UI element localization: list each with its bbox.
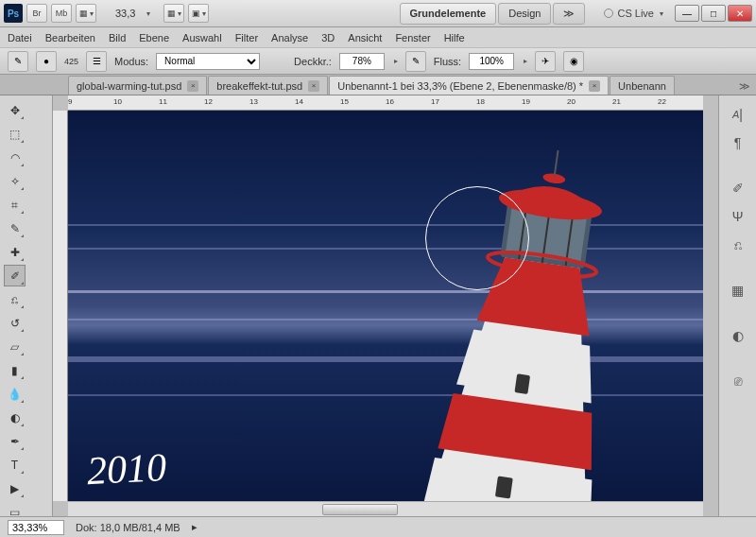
horizontal-ruler[interactable]: 9 10 11 12 13 14 15 16 17 18 19 20 21 22… (68, 95, 703, 111)
blur-tool[interactable]: 💧 (4, 383, 26, 405)
lasso-tool[interactable]: ◠ (4, 147, 26, 168)
ruler-tick: 21 (612, 97, 621, 106)
opacity-label: Deckkr.: (294, 56, 332, 67)
document-tab[interactable]: breakeffekt-tut.psd× (208, 76, 328, 95)
actions-panel-icon[interactable]: ⎚ (725, 370, 751, 392)
menubar: Datei Bearbeiten Bild Ebene Auswahl Filt… (0, 27, 756, 48)
ruler-tick: 18 (476, 97, 485, 106)
photoshop-logo-icon: Ps (4, 4, 23, 23)
history-brush-tool[interactable]: ↺ (4, 312, 26, 334)
status-zoom-input[interactable] (8, 520, 64, 535)
brush-panel-toggle[interactable]: ☰ (86, 51, 107, 72)
document-tab-label: Unbenann (618, 80, 666, 92)
lighthouse-image (352, 139, 703, 501)
vertical-ruler[interactable] (53, 111, 68, 501)
eyedropper-tool[interactable]: ✎ (4, 217, 26, 239)
workspace-switcher: Grundelemente Design ≫ (400, 3, 586, 25)
close-tab-icon[interactable]: × (589, 80, 600, 92)
brush-preset-picker[interactable]: ● (36, 51, 57, 72)
toolbox: ✥ ⬚ ◠ ✧ ⌗ ✎ ✚ ✐ ⎌ ↺ ▱ ▮ 💧 ◐ ✒ T ▶ ▭ ❒ ◉ … (0, 95, 53, 516)
blend-mode-select[interactable]: Normal (156, 53, 260, 70)
canvas-area: 9 10 11 12 13 14 15 16 17 18 19 20 21 22… (53, 95, 718, 516)
eraser-tool[interactable]: ▱ (4, 336, 26, 357)
flow-slider-icon[interactable]: ▸ (524, 57, 527, 65)
screen-mode-button[interactable]: ▣▾ (188, 4, 209, 23)
menu-select[interactable]: Auswahl (182, 32, 222, 43)
healing-brush-tool[interactable]: ✚ (4, 241, 26, 263)
scrollbar-thumb[interactable] (322, 504, 398, 515)
menu-window[interactable]: Fenster (395, 32, 430, 43)
layer-comps-panel-icon[interactable]: ▦ (725, 279, 751, 302)
workspace-more-button[interactable]: ≫ (553, 3, 585, 25)
tool-preset-picker[interactable]: ✎ (8, 51, 28, 72)
flow-input[interactable] (469, 53, 514, 70)
paragraph-panel-icon[interactable]: ¶ (725, 131, 751, 154)
menu-filter[interactable]: Filter (235, 32, 258, 43)
crop-tool[interactable]: ⌗ (4, 194, 26, 216)
status-menu-icon[interactable]: ▸ (192, 521, 198, 533)
pen-tool[interactable]: ✒ (4, 430, 26, 452)
move-tool[interactable]: ✥ (4, 99, 26, 121)
brush-panel-icon[interactable]: ✐ (725, 177, 751, 199)
dodge-tool[interactable]: ◐ (4, 407, 26, 428)
minibridge-button[interactable]: Mb (51, 4, 72, 23)
workspace-tab-design[interactable]: Design (498, 3, 551, 25)
type-tool[interactable]: T (4, 454, 26, 476)
close-tab-icon[interactable]: × (308, 80, 319, 92)
marquee-tool[interactable]: ⬚ (4, 123, 26, 145)
ruler-tick: 11 (159, 97, 167, 106)
bridge-button[interactable]: Br (26, 4, 47, 23)
window-controls: — □ ✕ (675, 5, 752, 22)
arrange-docs-button[interactable]: ▦▾ (163, 4, 184, 23)
zoom-dropdown-icon[interactable]: ▾ (146, 9, 150, 18)
magic-wand-tool[interactable]: ✧ (4, 170, 26, 192)
gradient-tool[interactable]: ▮ (4, 359, 26, 381)
horizontal-scrollbar[interactable] (68, 501, 703, 516)
flow-label: Fluss: (434, 56, 461, 67)
menu-help[interactable]: Hilfe (444, 32, 465, 43)
workspace-tab-essentials[interactable]: Grundelemente (400, 3, 497, 25)
character-panel-icon[interactable]: A| (725, 103, 751, 126)
opacity-input[interactable] (339, 53, 385, 70)
document-size-label: Dok: 18,0 MB/81,4 MB (76, 522, 180, 533)
ruler-tick: 14 (295, 97, 303, 106)
document-tab[interactable]: Unbenann (610, 76, 675, 95)
ruler-tick: 20 (567, 97, 576, 106)
close-tab-icon[interactable]: × (187, 80, 198, 92)
cslive-button[interactable]: CS Live ▾ (596, 6, 671, 21)
document-tab[interactable]: Unbenannt-1 bei 33,3% (Ebene 2, Ebenenma… (329, 76, 609, 95)
view-extras-button[interactable]: ▦▾ (76, 4, 96, 23)
airbrush-toggle[interactable]: ✈ (535, 51, 556, 72)
maximize-button[interactable]: □ (701, 5, 726, 22)
zoom-level[interactable]: 33,3 (110, 6, 141, 21)
minimize-button[interactable]: — (675, 5, 699, 22)
clone-source-panel-icon[interactable]: ⎌ (725, 234, 751, 256)
canvas[interactable]: 2010 (68, 111, 703, 501)
menu-layer[interactable]: Ebene (139, 32, 169, 43)
menu-view[interactable]: Ansicht (348, 32, 382, 43)
ruler-tick: 15 (340, 97, 349, 106)
tabs-overflow-button[interactable]: ≫ (733, 78, 756, 95)
titlebar: Ps Br Mb ▦▾ 33,3▾ ▦▾ ▣▾ Grundelemente De… (0, 0, 756, 27)
document-tab-label: breakeffekt-tut.psd (216, 80, 302, 92)
menu-analysis[interactable]: Analyse (271, 32, 308, 43)
close-button[interactable]: ✕ (728, 5, 752, 22)
path-selection-tool[interactable]: ▶ (4, 477, 26, 499)
menu-image[interactable]: Bild (109, 32, 126, 43)
menu-edit[interactable]: Bearbeiten (45, 32, 95, 43)
menu-file[interactable]: Datei (8, 32, 32, 43)
menu-3d[interactable]: 3D (321, 32, 335, 43)
pressure-size-toggle[interactable]: ◉ (563, 51, 584, 72)
tool-presets-panel-icon[interactable]: ◐ (725, 324, 751, 347)
document-tab[interactable]: global-warming-tut.psd× (68, 76, 207, 95)
ruler-tick: 19 (522, 97, 530, 106)
pressure-opacity-toggle[interactable]: ✎ (405, 51, 426, 72)
svg-line-13 (555, 150, 558, 177)
brush-tool[interactable]: ✐ (4, 265, 26, 286)
svg-rect-16 (495, 476, 513, 499)
ruler-tick: 22 (658, 97, 666, 106)
clone-stamp-tool[interactable]: ⎌ (4, 288, 26, 310)
brush-presets-panel-icon[interactable]: Ψ (725, 205, 751, 228)
opacity-slider-icon[interactable]: ▸ (394, 57, 398, 65)
canvas-text: 2010 (86, 444, 167, 494)
